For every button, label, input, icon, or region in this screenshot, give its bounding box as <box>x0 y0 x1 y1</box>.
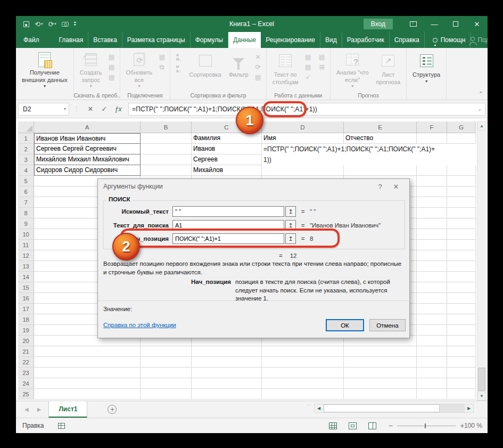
row-header-11[interactable]: 11 <box>18 240 34 250</box>
zoom-slider[interactable] <box>397 426 456 426</box>
cell-G18[interactable] <box>447 314 476 325</box>
sort-asc-icon[interactable]: А Я↓ <box>174 53 183 62</box>
horizontal-scroll-thumb[interactable] <box>324 404 440 412</box>
normal-view-icon[interactable] <box>329 422 337 429</box>
cell-B22[interactable] <box>141 357 192 368</box>
cell-G6[interactable] <box>447 186 476 197</box>
cell-G25[interactable] <box>447 389 476 400</box>
cell-F6[interactable] <box>417 186 447 197</box>
cell-F13[interactable] <box>417 261 447 272</box>
cell-C25[interactable] <box>192 389 262 400</box>
column-header-B[interactable]: B <box>141 121 192 133</box>
cell-G5[interactable] <box>447 176 476 186</box>
dialog-close-icon[interactable]: ✕ <box>388 183 404 191</box>
cell-G17[interactable] <box>447 304 476 314</box>
cell-F1[interactable] <box>417 133 447 144</box>
cell-F8[interactable] <box>417 208 447 218</box>
sheet-tab[interactable]: Лист1 <box>48 401 87 418</box>
sheet-nav-left-icon[interactable]: ◀ <box>24 406 29 412</box>
cell-F14[interactable] <box>417 272 447 282</box>
cell-C23[interactable] <box>192 368 262 378</box>
cell-G11[interactable] <box>447 240 476 250</box>
cell-D4[interactable] <box>262 165 344 176</box>
cell-B3[interactable] <box>141 154 192 165</box>
argument-input-нач_позиция[interactable] <box>172 233 284 244</box>
cell-C2[interactable]: Иванов <box>192 144 262 154</box>
cell-E23[interactable] <box>344 368 417 378</box>
cell-A21[interactable] <box>34 346 141 357</box>
horizontal-scrollbar[interactable]: ◀ ▶ <box>314 404 474 413</box>
cell-F12[interactable] <box>417 250 447 261</box>
row-header-21[interactable]: 21 <box>18 346 34 357</box>
cell-G12[interactable] <box>447 250 476 261</box>
tab-главная[interactable]: Главная <box>54 32 89 48</box>
page-layout-view-icon[interactable] <box>349 422 357 429</box>
name-box-dropdown-icon[interactable]: ▾ <box>64 107 66 111</box>
cell-G1[interactable] <box>447 133 476 144</box>
formula-input[interactable]: =ПСТР(" ";ПОИСК(" ";А1)+1;ПОИСК(" ";А1;П… <box>128 103 485 116</box>
cell-G7[interactable] <box>447 197 476 208</box>
cell-F25[interactable] <box>417 389 447 400</box>
row-header-20[interactable]: 20 <box>18 336 34 346</box>
row-header-1[interactable]: 1 <box>18 133 34 144</box>
cell-B21[interactable] <box>141 346 192 357</box>
cell-E24[interactable] <box>344 378 417 389</box>
scroll-up-icon[interactable]: ▲ <box>477 121 486 131</box>
vertical-scrollbar[interactable]: ▲ ▼ <box>477 121 486 401</box>
select-all-corner[interactable] <box>18 121 34 133</box>
cell-G22[interactable] <box>447 357 476 368</box>
row-header-17[interactable]: 17 <box>18 304 34 314</box>
cell-B25[interactable] <box>141 389 192 400</box>
cell-C4[interactable]: Михайлов <box>192 165 262 176</box>
cell-F7[interactable] <box>417 197 447 208</box>
row-header-19[interactable]: 19 <box>18 325 34 336</box>
redo-icon[interactable]: ⟳▾ <box>48 20 56 28</box>
cell-A23[interactable] <box>34 368 141 378</box>
close-button[interactable]: ✕ <box>466 16 488 32</box>
cell-B23[interactable] <box>141 368 192 378</box>
column-header-G[interactable]: G <box>447 121 476 133</box>
row-header-24[interactable]: 24 <box>18 378 34 389</box>
cell-D25[interactable] <box>262 389 344 400</box>
column-header-C[interactable]: C <box>192 121 262 133</box>
collapse-dialog-icon[interactable]: ↥ <box>285 233 296 244</box>
cell-F4[interactable] <box>417 165 447 176</box>
row-header-6[interactable]: 6 <box>18 186 34 197</box>
cell-G15[interactable] <box>447 282 476 293</box>
cell-C24[interactable] <box>192 378 262 389</box>
cell-G8[interactable] <box>447 208 476 218</box>
minimize-button[interactable]: — <box>424 16 445 32</box>
save-icon[interactable] <box>23 21 29 27</box>
row-header-22[interactable]: 22 <box>18 357 34 368</box>
cell-A1[interactable]: Иванов Иван Иванович <box>34 133 141 144</box>
cell-G13[interactable] <box>447 261 476 272</box>
undo-icon[interactable]: ⟲▾ <box>35 20 43 28</box>
cell-G9[interactable] <box>447 218 476 229</box>
cancel-button[interactable]: Отмена <box>369 319 406 331</box>
row-header-10[interactable]: 10 <box>18 229 34 240</box>
cell-F11[interactable] <box>417 240 447 250</box>
tab-рецензирование[interactable]: Рецензирование <box>261 32 320 48</box>
cell-B24[interactable] <box>141 378 192 389</box>
cell-F5[interactable] <box>417 176 447 186</box>
zoom-out-icon[interactable]: − <box>389 421 393 430</box>
vertical-scroll-thumb[interactable] <box>478 368 485 391</box>
customize-qat-icon[interactable]: ▾ <box>74 22 76 27</box>
collapse-dialog-icon[interactable]: ↥ <box>285 220 296 231</box>
confirm-entry-icon[interactable]: ✓ <box>97 105 111 113</box>
row-header-14[interactable]: 14 <box>18 272 34 282</box>
row-header-18[interactable]: 18 <box>18 314 34 325</box>
cell-F21[interactable] <box>417 346 447 357</box>
cell-D1[interactable]: Имя <box>262 133 344 144</box>
collapse-dialog-icon[interactable]: ↥ <box>285 206 296 217</box>
row-header-23[interactable]: 23 <box>18 368 34 378</box>
cancel-entry-icon[interactable]: ✕ <box>84 105 97 113</box>
share-button[interactable]: Поделиться <box>471 32 488 48</box>
row-header-3[interactable]: 3 <box>18 154 34 165</box>
column-header-A[interactable]: A <box>34 121 141 133</box>
name-box[interactable]: D2▾ <box>18 103 69 116</box>
cell-E4[interactable] <box>344 165 417 176</box>
cell-D23[interactable] <box>262 368 344 378</box>
formula-bar-expand-icon[interactable]: ⌄ <box>477 107 482 112</box>
column-header-E[interactable]: E <box>344 121 417 133</box>
